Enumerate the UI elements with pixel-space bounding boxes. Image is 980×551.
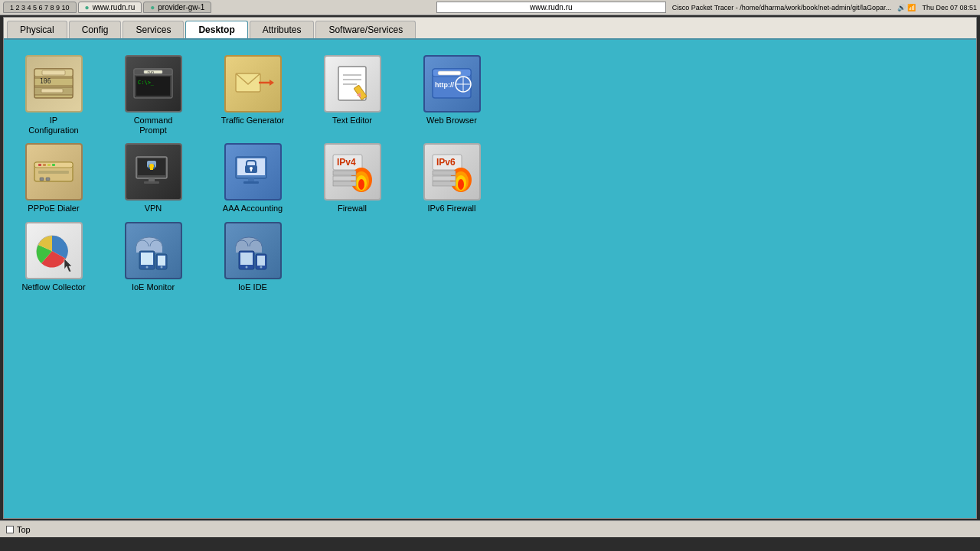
svg-point-68 [458,179,464,190]
svg-rect-33 [47,164,51,166]
netflow-collector-icon[interactable]: Netflow Collector [19,222,88,292]
svg-rect-6 [41,89,63,93]
web-browser-label: Web Browser [426,116,477,126]
ioe-monitor-icon-box [125,222,182,279]
command-prompt-icon[interactable]: run C:\>_ CommandPrompt [119,55,188,135]
vpn-icon[interactable]: VPN [119,143,188,214]
top-label: Top [17,525,31,534]
icon-row-2: PPPoE Dialer [19,143,961,214]
ioe-monitor-svg [130,230,176,272]
main-window: Physical Config Services Desktop Attribu… [3,17,977,519]
ioe-ide-icon-box [224,222,282,279]
svg-text:run: run [147,70,154,74]
aaa-accounting-label: AAA Accounting [223,204,283,214]
icon-row-3: Netflow Collector [19,222,961,292]
svg-rect-24 [438,71,461,75]
svg-point-83 [161,266,163,268]
svg-point-59 [358,179,364,190]
svg-text:http://: http:// [435,81,454,89]
tabs-bar: Physical Config Services Desktop Attribu… [4,18,976,40]
netflow-svg [31,230,77,272]
tab-config[interactable]: Config [69,21,122,38]
text-editor-icon[interactable]: Text Editor [318,55,387,126]
browser-tab-provider[interactable]: ● provider-gw-1 [143,2,211,13]
vpn-svg [130,151,176,193]
firewall-svg: IPv4 [329,151,375,193]
rudn-tab-icon: ● [85,3,90,11]
tab-desktop[interactable]: Desktop [185,21,247,38]
svg-rect-43 [144,181,159,184]
svg-rect-32 [43,164,46,166]
ioe-monitor-icon[interactable]: IoE Monitor [119,222,188,292]
svg-rect-45 [150,167,153,170]
web-browser-icon-box: http:// [423,55,481,112]
bottom-bar: Top [0,520,980,537]
svg-rect-82 [158,256,165,266]
aaa-svg [230,151,276,193]
firewall-icon[interactable]: IPv4 Firewall [318,143,387,214]
browser-tabs: 1 2 3 4 5 6 7 8 9 10 ● www.rudn.ru ● pro… [3,2,436,13]
aaa-accounting-icon[interactable]: AAA Accounting [218,143,287,214]
pppoe-svg [31,151,77,193]
svg-text:106: 106 [40,78,51,85]
svg-rect-4 [42,70,65,75]
tab-numbers-label: 1 2 3 4 5 6 7 8 9 10 [10,4,70,11]
command-prompt-icon-box: run C:\>_ [125,55,182,112]
ipv6-firewall-icon-box: IPv6 [423,143,481,201]
vpn-label: VPN [145,204,162,214]
tab-physical[interactable]: Physical [7,21,67,38]
browser-tab-rudn[interactable]: ● www.rudn.ru [78,2,142,13]
svg-rect-61 [333,176,356,181]
browser-bar: 1 2 3 4 5 6 7 8 9 10 ● www.rudn.ru ● pro… [0,0,980,15]
svg-rect-70 [433,176,456,181]
svg-rect-37 [46,178,50,181]
aaa-accounting-icon-box [224,143,282,201]
svg-rect-36 [40,178,44,181]
svg-point-90 [246,266,248,268]
pppoe-dialer-icon[interactable]: PPPoE Dialer [19,143,88,214]
svg-rect-62 [333,181,356,186]
ioe-monitor-label: IoE Monitor [132,282,175,292]
browser-tab-numbers[interactable]: 1 2 3 4 5 6 7 8 9 10 [3,2,77,13]
pppoe-dialer-label: PPPoE Dialer [28,204,79,214]
web-browser-icon[interactable]: http:// Web Browser [417,55,486,126]
tab-attributes[interactable]: Attributes [250,21,315,38]
svg-rect-34 [52,164,55,166]
tab-software[interactable]: Software/Services [315,21,416,38]
netflow-collector-label: Netflow Collector [21,282,85,292]
ip-config-svg: 106 [31,63,77,105]
svg-rect-79 [141,253,153,265]
traffic-generator-label: Traffic Generator [221,116,285,126]
address-text: www.rudn.ru [530,3,573,11]
firewall-icon-box: IPv4 [324,143,381,201]
netflow-collector-icon-box [25,222,83,279]
text-editor-label: Text Editor [332,116,372,126]
text-svg [329,63,375,105]
traffic-generator-icon[interactable]: Traffic Generator [218,55,287,126]
ip-config-icon[interactable]: 106 IPConfiguration [19,55,88,135]
ip-config-icon-box: 106 [25,55,83,112]
svg-rect-92 [257,256,265,266]
ip-config-label: IPConfiguration [28,116,78,135]
svg-marker-15 [270,80,274,86]
web-svg: http:// [429,63,475,105]
ioe-ide-icon[interactable]: IoE IDE [218,222,287,292]
ioe-ide-label: IoE IDE [238,282,267,292]
svg-rect-69 [433,171,456,175]
svg-text:C:\>_: C:\>_ [138,80,155,86]
tab-services[interactable]: Services [122,21,184,38]
svg-rect-71 [433,181,456,186]
ipv6-firewall-icon[interactable]: IPv6 IPv6 Firewall [417,143,486,214]
svg-rect-31 [38,164,41,166]
svg-text:IPv4: IPv4 [337,157,356,168]
address-bar[interactable]: www.rudn.ru [436,2,666,13]
icon-row-1: 106 IPConfiguration run C:\>_ [19,55,961,135]
svg-rect-89 [240,253,253,265]
sys-tray: 🔊 📶 [897,4,916,11]
cmd-svg: run C:\>_ [130,63,176,105]
text-editor-icon-box [324,55,381,112]
svg-rect-35 [38,171,69,174]
top-link[interactable]: Top [6,525,31,534]
firewall-label: Firewall [338,204,367,214]
rudn-tab-label: www.rudn.ru [93,3,136,11]
